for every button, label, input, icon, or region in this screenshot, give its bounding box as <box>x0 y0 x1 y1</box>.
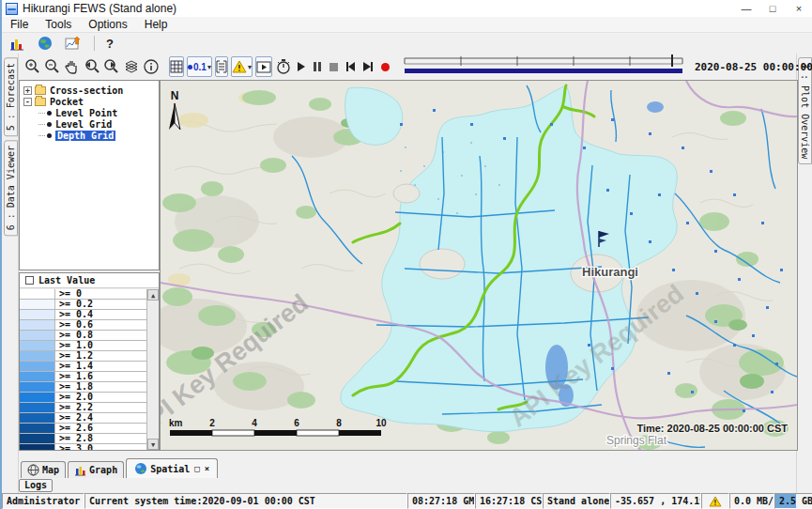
color-swatch <box>20 393 55 402</box>
zoom-in-icon[interactable] <box>24 56 41 77</box>
layer-tree: + Cross-section - Pocket Level Point Lev… <box>19 80 160 270</box>
zoom-previous-icon[interactable] <box>84 56 100 77</box>
window-title: Hikurangi FEWS (Stand alone) <box>23 2 176 15</box>
last-value-checkbox[interactable] <box>25 276 34 285</box>
app-window: Hikurangi FEWS (Stand alone) — □ × File … <box>0 0 812 509</box>
status-mode: Stand alone <box>543 493 610 509</box>
class-dot-icon <box>188 65 192 69</box>
layer-bullet-icon <box>47 133 52 138</box>
bar-chart-icon <box>74 465 86 476</box>
tab-plot-overview[interactable]: 3 : Plot Overview <box>798 57 812 164</box>
svg-text:N: N <box>171 89 179 102</box>
spatial-globe-icon <box>134 462 147 475</box>
color-swatch <box>20 320 55 330</box>
town-label: Hikurangi <box>582 265 638 279</box>
minimize-button[interactable]: — <box>733 3 759 14</box>
scroll-down-icon[interactable]: ▼ <box>147 439 159 450</box>
svg-text:4: 4 <box>252 418 257 428</box>
status-warning[interactable] <box>701 493 729 509</box>
logs-row: Logs <box>19 478 53 493</box>
contour-legend-button[interactable] <box>215 56 228 77</box>
svg-text:km: km <box>169 418 183 428</box>
svg-text:8: 8 <box>336 418 342 428</box>
globe-wireframe-icon <box>27 464 39 476</box>
map-toolbar: 0.1 ▾ ▾ <box>19 54 798 80</box>
play-button[interactable] <box>298 57 305 76</box>
layer-bullet-icon <box>47 111 52 116</box>
svg-text:6: 6 <box>294 418 299 428</box>
tab-map[interactable]: Map <box>21 461 66 478</box>
record-button[interactable] <box>381 57 390 76</box>
status-memory: 2.5 GB <box>774 493 812 509</box>
zoom-next-icon[interactable] <box>103 56 120 77</box>
color-swatch <box>20 310 55 319</box>
grid-display-button[interactable] <box>169 56 184 77</box>
color-swatch <box>20 362 55 371</box>
status-system-time: Current system time:2020-09-01 00:00 CST <box>84 493 407 509</box>
animation-timer-icon[interactable] <box>275 56 292 77</box>
svg-text:2: 2 <box>209 418 215 428</box>
pause-button[interactable] <box>314 57 321 76</box>
tree-connector <box>38 135 45 136</box>
bottom-tab-bar: Map Graph Spatial □ × <box>19 457 218 478</box>
expander-icon[interactable]: + <box>23 86 32 95</box>
menu-options[interactable]: Options <box>80 18 135 31</box>
last-value-label: Last Value <box>38 275 95 285</box>
color-swatch <box>20 413 55 423</box>
tree-item-level-grid[interactable]: Level Grid <box>38 118 159 130</box>
tree-item-level-point[interactable]: Level Point <box>38 107 159 118</box>
timeseries-display-icon[interactable] <box>64 35 83 52</box>
stop-button[interactable] <box>329 57 338 76</box>
tree-item-depth-grid[interactable]: Depth Grid <box>38 130 159 141</box>
color-swatch <box>20 351 55 361</box>
movie-export-button[interactable] <box>255 56 272 77</box>
help-button[interactable]: ? <box>106 37 114 51</box>
skip-to-start-button[interactable] <box>346 57 355 76</box>
menu-help[interactable]: Help <box>136 18 176 31</box>
classification-dropdown[interactable]: 0.1 ▾ <box>187 56 212 77</box>
database-chart-icon[interactable] <box>8 35 26 52</box>
status-local-time: 16:27:18 CST <box>475 493 543 509</box>
tab-forecast[interactable]: 5 : Forecast <box>4 57 18 136</box>
status-user: Administrator <box>2 493 84 509</box>
tab-maximize-icon[interactable]: □ <box>194 464 199 473</box>
tab-graph[interactable]: Graph <box>68 461 124 478</box>
pan-hand-icon[interactable] <box>64 56 81 77</box>
tree-connector <box>38 113 45 114</box>
legend-panel: Last Value >= 0 >= 0.2 >= 0.4 >= 0.6 >= … <box>19 272 160 451</box>
maximize-button[interactable]: □ <box>759 3 786 14</box>
color-swatch <box>20 372 55 381</box>
map-view[interactable]: API Key Required API Key Required Hikura… <box>160 80 798 451</box>
info-icon[interactable] <box>143 56 160 77</box>
color-swatch <box>20 331 55 340</box>
tab-close-icon[interactable]: × <box>205 464 209 473</box>
selected-tree-label: Depth Grid <box>55 131 115 141</box>
zoom-out-icon[interactable] <box>44 56 61 77</box>
layer-bullet-icon <box>47 122 52 127</box>
status-coordinates: -35.657 , 174.199 <box>610 493 701 509</box>
tree-item-cross-section[interactable]: + Cross-section <box>20 85 159 96</box>
tab-data-viewer[interactable]: 6 : Data Viewer <box>4 140 18 236</box>
warning-threshold-dropdown[interactable]: ▾ <box>231 56 253 77</box>
legend-scrollbar[interactable]: ▲ ▼ <box>146 289 159 450</box>
color-swatch <box>20 300 55 309</box>
status-bar: Administrator Current system time:2020-0… <box>2 493 812 509</box>
time-slider[interactable] <box>403 54 684 79</box>
menu-tools[interactable]: Tools <box>37 18 80 31</box>
map-globe-icon[interactable] <box>36 35 54 52</box>
tree-item-pocket[interactable]: - Pocket <box>20 96 159 107</box>
expander-icon[interactable]: - <box>23 98 32 106</box>
skip-to-end-button[interactable] <box>363 57 373 76</box>
tab-spatial[interactable]: Spatial □ × <box>126 458 218 478</box>
close-button[interactable]: × <box>786 3 812 14</box>
place-label: Springs Flat <box>606 434 667 447</box>
legend-list: >= 0 >= 0.2 >= 0.4 >= 0.6 >= 0.8 >= 1.0 … <box>20 288 159 450</box>
toolbar-separator <box>94 36 95 51</box>
legend-header: Last Value <box>20 273 159 288</box>
color-swatch <box>20 434 55 443</box>
menu-file[interactable]: File <box>2 18 37 31</box>
logs-button[interactable]: Logs <box>19 479 53 492</box>
layers-icon[interactable] <box>123 56 140 77</box>
scroll-up-icon[interactable]: ▲ <box>147 289 159 301</box>
color-swatch <box>20 403 55 412</box>
